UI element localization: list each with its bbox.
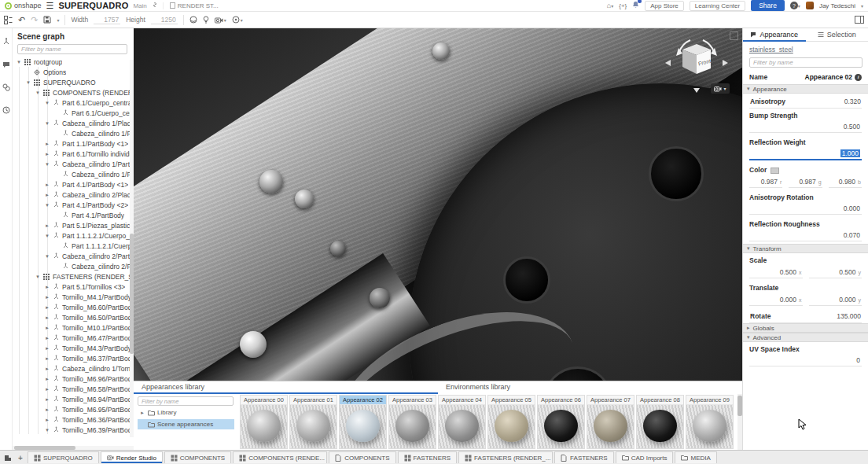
app-store-button[interactable]: App Store [645, 1, 684, 11]
camera-settings-icon[interactable]: ▾ [215, 17, 226, 24]
name-value[interactable]: Appearance 02 [805, 73, 852, 81]
field-scale-x-value[interactable]: 0.500x [749, 267, 803, 278]
scene-tree-item-part-5-1-piezas-plasticas[interactable]: ▸Part 5.1/Piezas_plasticas <... [13, 220, 134, 230]
expand-chevron-icon[interactable]: ▸ [44, 182, 50, 188]
field-rotate-value[interactable]: 135.000 [837, 312, 861, 320]
field-scale-y-value[interactable]: 0.500y [809, 267, 862, 278]
scene-tree-item-part-1-1-1-2-1-cuerpo[interactable]: Part 1.1.1.2.1/Cuerpo... [13, 241, 134, 251]
height-field[interactable]: 1250 [151, 16, 178, 24]
library-folder-library[interactable]: ▸Library [138, 407, 234, 418]
doc-tab-components-rende[interactable]: COMPONENTS (RENDE... [233, 451, 327, 463]
scene-tree-item-part-1-1-partbody-1[interactable]: ▸Part 1.1/PartBody <1> [13, 138, 134, 149]
help-menu[interactable]: ?▾ [790, 2, 800, 10]
expand-chevron-icon[interactable]: ▸ [44, 407, 50, 413]
section-header-globals[interactable]: ▸Globals [743, 323, 868, 333]
scene-tree-item-cabeza-cilindro-2-partbod[interactable]: ▾Cabeza_cilindro 2/PartBod... [13, 251, 134, 261]
scene-graph-toggle-icon[interactable] [4, 16, 13, 24]
expand-chevron-icon[interactable]: ▸ [44, 294, 50, 300]
notifications-bell-icon[interactable] [632, 1, 639, 10]
expand-chevron-icon[interactable]: ▸ [44, 304, 50, 311]
expand-chevron-icon[interactable]: ▸ [44, 141, 50, 147]
scene-tree-item-part-4-1-partbody[interactable]: Part 4.1/PartBody [13, 210, 134, 220]
history-icon[interactable] [2, 103, 10, 117]
field-translate-x-value[interactable]: 0.000x [749, 294, 803, 306]
home-icon[interactable]: ⌂▾ [607, 2, 613, 9]
scene-tree-item-tornillo-m4-3-partbody-1[interactable]: ▸Tornillo_M4.3/PartBody <1> [13, 343, 134, 353]
section-header-transform[interactable]: ▾Transform [743, 244, 868, 253]
expand-chevron-icon[interactable]: ▸ [44, 396, 50, 403]
material-link[interactable]: stainless_steel [749, 46, 793, 53]
field-anisotropy-value[interactable]: 0.320 [844, 98, 861, 105]
appearance-thumb-appearance-05[interactable]: Appearance 05 [487, 395, 535, 449]
doc-tab-fasteners[interactable]: FASTENERS [554, 451, 614, 463]
save-menu-chevron-icon[interactable]: ▾ [57, 17, 59, 23]
user-name[interactable]: Jay Tedeschi [819, 2, 855, 9]
onshape-logo[interactable]: onshape [5, 2, 42, 9]
scene-tree-item-part-6-1-tornillo-individua[interactable]: ▸Part 6.1/Tornillo individua... [13, 149, 134, 159]
doc-tab-components[interactable]: COMPONENTS [329, 451, 395, 463]
section-header-advanced[interactable]: ▾Advanced [743, 333, 868, 342]
lighting-icon[interactable] [203, 16, 209, 24]
scene-tree-item-cabeza-cilindro-1-partbod[interactable]: ▾Cabeza_cilindro 1/PartBod... [13, 159, 134, 169]
scene-tree-item-tornillo-m6-94-partbody[interactable]: ▸Tornillo_M6.94/PartBody... [13, 394, 134, 404]
user-avatar[interactable] [806, 2, 814, 9]
doc-tab-superquadro[interactable]: SUPERQUADRO [28, 451, 99, 463]
appearance-thumb-appearance-00[interactable]: Appearance 00 [240, 395, 288, 449]
expand-chevron-icon[interactable]: ▾ [44, 161, 50, 168]
expand-chevron-icon[interactable]: ▸ [44, 284, 50, 290]
expand-chevron-icon[interactable]: ▾ [16, 59, 22, 65]
field-reflection-roughness-value[interactable]: 0.070 [749, 228, 862, 241]
field-anisotropy-rotation-value[interactable]: 0.000 [749, 201, 862, 215]
expand-chevron-icon[interactable]: ▾ [44, 253, 50, 260]
appearance-filter-input[interactable] [749, 57, 862, 68]
doc-tab-media[interactable]: MEDIA [675, 451, 716, 463]
current-tab-chip[interactable]: RENDER ST... [163, 2, 219, 9]
expand-chevron-icon[interactable]: ▾ [25, 79, 31, 86]
scene-tree-item-cabeza-cilindro-2-pa[interactable]: Cabeza_cilindro 2/Pa... [13, 261, 134, 271]
field-color-r-value[interactable]: 0.987r [749, 176, 782, 188]
scene-tree-item-options[interactable]: Options [13, 67, 134, 77]
scene-tree-item-tornillo-m4-1-partbody-1[interactable]: ▸Tornillo_M4.1/PartBody <1> [13, 292, 134, 302]
library-filter-input[interactable] [138, 396, 234, 406]
field-reflection-weight-value[interactable]: 1.000 [749, 146, 862, 160]
appearance-thumb-appearance-07[interactable]: Appearance 07 [587, 395, 634, 449]
scene-tree-item-tornillo-m6-36-partbody[interactable]: ▸Tornillo_M6.36/PartBody... [13, 414, 134, 425]
appearance-thumb-appearance-06[interactable]: Appearance 06 [537, 395, 585, 449]
tab-manager-icon[interactable] [2, 452, 13, 463]
scene-tree-item-part-1-1-1-2-1-cuerpo-cent[interactable]: ▾Part 1.1.1.2.1/Cuerpo_cent... [13, 230, 134, 241]
field-uv-space-index-value[interactable]: 0 [749, 353, 862, 366]
scene-tree-item-tornillo-m6-39-partbody[interactable]: ▾Tornillo_M6.39/PartBody... [13, 425, 134, 434]
appearance-thumb-appearance-03[interactable]: Appearance 03 [388, 395, 436, 449]
expand-chevron-icon[interactable]: ▾ [44, 233, 50, 239]
appearance-thumb-appearance-08[interactable]: Appearance 08 [636, 395, 684, 449]
scene-tree-item-part-4-1-partbody-1[interactable]: ▸Part 4.1/PartBody <1> [13, 179, 134, 190]
field-bump-strength-value[interactable]: 0.500 [749, 120, 862, 133]
scene-tree-item-tornillo-m6-95-partbody[interactable]: ▸Tornillo_M6.95/PartBody... [13, 404, 134, 414]
scene-tree-item-cabeza-cilindro-1-placa-1[interactable]: ▾Cabeza_cilindro 1/Placa 1... [13, 118, 134, 128]
share-button[interactable]: Share [751, 0, 785, 11]
scene-tree-item-tornillo-m10-1-partbody[interactable]: ▸Tornillo_M10.1/PartBody... [13, 322, 134, 333]
scene-tree-item-cabeza-cilindro-1-pl[interactable]: Cabeza_cilindro 1/Pl... [13, 128, 134, 138]
expand-chevron-icon[interactable]: ▸ [44, 192, 50, 198]
appearance-thumb-appearance-01[interactable]: Appearance 01 [289, 395, 337, 449]
scene-tree-item-cabeza-cilindro-2-placa-2[interactable]: ▸Cabeza_cilindro 2/Placa 2... [13, 190, 134, 200]
panel-toggle-icon[interactable] [855, 16, 864, 24]
scene-tree-item-cabeza-cilindro-1-tornillo[interactable]: ▸Cabeza_cilindro 1/Tornillo... [13, 363, 134, 374]
appearance-thumb-appearance-02[interactable]: Appearance 02 [339, 395, 387, 449]
doc-tab-cad-imports[interactable]: CAD Imports [616, 451, 674, 463]
field-color-b-value[interactable]: 0.980b [829, 176, 862, 188]
scene-tree-item-tornillo-m6-58-partbody[interactable]: ▸Tornillo_M6.58/PartBody... [13, 384, 134, 394]
scene-tree-item-part-5-1-tornillos-3[interactable]: ▸Part 5.1/Tornillos <3> [13, 282, 134, 292]
scene-tree-item-part-6-1-cuerpo-central-1[interactable]: ▾Part 6.1/Cuerpo_central <1> [13, 98, 134, 108]
scene-tree-item-superquadro[interactable]: ▾SUPERQUADRO [13, 77, 134, 87]
doc-tab-components[interactable]: COMPONENTS [164, 451, 231, 463]
scene-tree-item-part-6-1-cuerpo-cent[interactable]: Part 6.1/Cuerpo_cent... [13, 108, 134, 118]
scene-tree-item-tornillo-m6-37-partbody[interactable]: ▸Tornillo_M6.37/PartBody <... [13, 353, 134, 363]
user-menu-chevron-icon[interactable]: ▾ [861, 3, 863, 9]
scene-graph-filter-input[interactable] [17, 44, 127, 54]
expand-chevron-icon[interactable]: ▸ [44, 315, 50, 321]
tab-selection[interactable]: Selection [806, 28, 868, 41]
info-icon[interactable]: i [855, 74, 862, 81]
redo-button[interactable]: ↷ [31, 15, 38, 25]
workspace-label[interactable]: Main [133, 2, 146, 9]
